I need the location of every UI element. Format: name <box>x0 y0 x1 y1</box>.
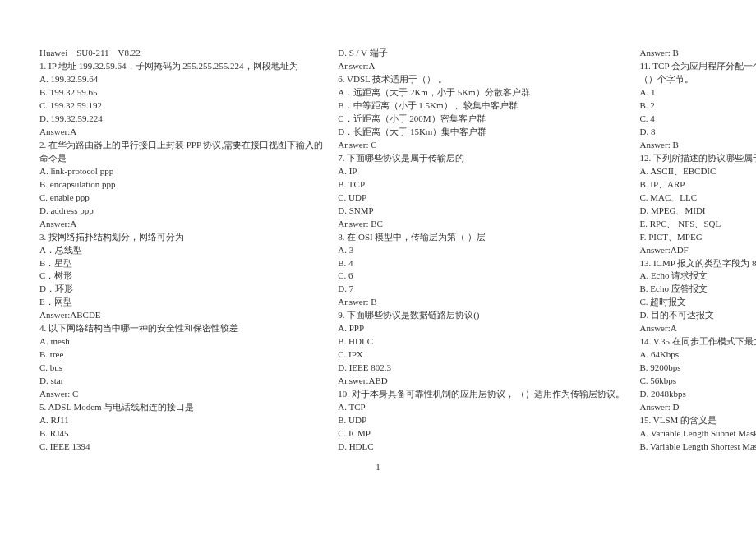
text-line: B. 4 <box>338 256 625 269</box>
text-line: C. 超时报文 <box>639 294 756 307</box>
text-line: B. 2 <box>639 98 756 111</box>
text-line: 命令是 <box>39 150 323 164</box>
text-line: Answer:ADF <box>639 242 756 256</box>
text-line: A．总线型 <box>39 242 323 256</box>
text-line: Answer:ABCDE <box>39 307 323 321</box>
text-line: C. 56kbps <box>639 373 756 386</box>
text-line: A. mesh <box>39 334 323 347</box>
text-line: Answer: B <box>338 294 625 307</box>
text-line: D. 目的不可达报文 <box>639 307 756 321</box>
text-line: D. star <box>39 373 323 386</box>
text-line: C. ICMP <box>338 426 625 439</box>
text-line: D. HDLC <box>338 439 625 452</box>
text-line: Answer: B <box>639 137 756 150</box>
text-line: 7. 下面哪些协议是属于传输层的 <box>338 150 625 164</box>
text-line: 13. ICMP 报文的类型字段为 8、代码字段为 0，代表 ICMP（） 。 <box>639 256 756 269</box>
text-line: 15. VLSM 的含义是 <box>639 413 756 426</box>
text-line: B. 199.32.59.65 <box>39 85 323 98</box>
text-line: C. enable ppp <box>39 190 323 203</box>
text-line: D. MPEG、MIDI <box>639 203 756 216</box>
text-line: A. Echo 请求报文 <box>639 268 756 281</box>
text-line: 12. 下列所描述的协议哪些属于 OSI 参考模型表示层协议 <box>639 150 756 164</box>
text-line: B．中等距离（小于 1.5Km） 、较集中客户群 <box>338 98 625 111</box>
text-line: B．星型 <box>39 256 323 269</box>
column-3: Answer: B 11. TCP 会为应用程序分配一个源端口号；TCP 报文头… <box>639 45 756 452</box>
text-line: A. link-protocol ppp <box>39 164 323 177</box>
text-line: A．远距离（大于 2Km，小于 5Km）分散客户群 <box>338 85 625 98</box>
text-line: 1. IP 地址 199.32.59.64，子网掩码为 255.255.255.… <box>39 58 323 71</box>
text-line: B. Echo 应答报文 <box>639 281 756 294</box>
text-line: B. IP、ARP <box>639 177 756 190</box>
text-line: D. SNMP <box>338 203 625 216</box>
text-line: C. bus <box>39 360 323 373</box>
doc-header: Huawei SU0-211 V8.22 <box>39 45 323 58</box>
text-line: Answer:A <box>338 58 625 71</box>
text-line: Answer: C <box>338 137 625 150</box>
text-line: 2. 在华为路由器上的串行接口上封装 PPP 协议,需要在接口视图下输入的 <box>39 137 323 150</box>
text-line: A. RJ11 <box>39 413 323 426</box>
text-line: 11. TCP 会为应用程序分配一个源端口号；TCP 报文头中的源端口号占用 <box>639 58 756 71</box>
text-line: C. UDP <box>338 190 625 203</box>
text-line: C. MAC、LLC <box>639 190 756 203</box>
text-line: C. IPX <box>338 347 625 360</box>
column-1: Huawei SU0-211 V8.22 1. IP 地址 199.32.59.… <box>39 45 338 452</box>
text-line: A. 64Kbps <box>639 347 756 360</box>
text-line: D．长距离（大于 15Km）集中客户群 <box>338 124 625 137</box>
text-line: B. encapsulation ppp <box>39 177 323 190</box>
text-line: B. TCP <box>338 177 625 190</box>
text-line: 14. V.35 在同步工作模式下最大传输速率是 <box>639 334 756 347</box>
text-line: （）个字节。 <box>639 71 756 85</box>
page-number: 1 <box>0 462 756 472</box>
text-line: B. HDLC <box>338 334 625 347</box>
text-line: D. 2048kbps <box>639 386 756 399</box>
text-line: Answer: BC <box>338 216 625 229</box>
text-line: D. IEEE 802.3 <box>338 360 625 373</box>
text-line: B. UDP <box>338 413 625 426</box>
text-line: Answer: D <box>639 399 756 413</box>
text-line: C. IEEE 1394 <box>39 439 323 452</box>
text-line: 6. VDSL 技术适用于（） 。 <box>338 71 625 85</box>
text-line: Answer:A <box>39 216 323 229</box>
text-line: C．树形 <box>39 268 323 281</box>
text-line: E．网型 <box>39 294 323 307</box>
text-line: A. 199.32.59.64 <box>39 71 323 85</box>
text-line: D. 7 <box>338 281 625 294</box>
text-line: B. Variable Length Shortest Masking <box>639 439 756 452</box>
text-line: D. 199.32.59.224 <box>39 111 323 124</box>
text-line: Answer:A <box>639 321 756 334</box>
text-line: A. 3 <box>338 242 625 256</box>
text-line: Answer:ABD <box>338 373 625 386</box>
text-line: D. address ppp <box>39 203 323 216</box>
text-line: A. IP <box>338 164 625 177</box>
text-line: F. PICT、MPEG <box>639 229 756 242</box>
text-line: A. TCP <box>338 399 625 413</box>
text-line: 9. 下面哪些协议是数据链路层协议() <box>338 307 625 321</box>
text-line: B. 9200bps <box>639 360 756 373</box>
text-line: A. ASCII、EBCDIC <box>639 164 756 177</box>
text-line: C. 199.32.59.192 <box>39 98 323 111</box>
text-line: D. 8 <box>639 124 756 137</box>
text-line: Answer: C <box>39 386 323 399</box>
text-line: E. RPC、 NFS、SQL <box>639 216 756 229</box>
text-line: 3. 按网络拓扑结构划分，网络可分为 <box>39 229 323 242</box>
text-line: C．近距离（小于 200M）密集客户群 <box>338 111 625 124</box>
text-line: B. RJ45 <box>39 426 323 439</box>
text-line: 4. 以下网络结构当中哪一种的安全性和保密性较差 <box>39 321 323 334</box>
text-line: 5. ADSL Modem 与电话线相连的接口是 <box>39 399 323 413</box>
text-line: C. 4 <box>639 111 756 124</box>
text-line: Answer:A <box>39 124 323 137</box>
text-line: A. 1 <box>639 85 756 98</box>
text-line: A. PPP <box>338 321 625 334</box>
text-line: 8. 在 OSI 模型中，传输层为第（ ）层 <box>338 229 625 242</box>
text-line: 10. 对于本身具备可靠性机制的应用层协议， （）适用作为传输层协议。 <box>338 386 625 399</box>
text-line: B. tree <box>39 347 323 360</box>
text-line: A. Variable Length Subnet Masking <box>639 426 756 439</box>
text-line: C. 6 <box>338 268 625 281</box>
column-2: D. S / V 端子 Answer:A 6. VDSL 技术适用于（） 。 A… <box>338 45 639 452</box>
text-line: D. S / V 端子 <box>338 45 625 58</box>
text-line: Answer: B <box>639 45 756 58</box>
text-line: D．环形 <box>39 281 323 294</box>
